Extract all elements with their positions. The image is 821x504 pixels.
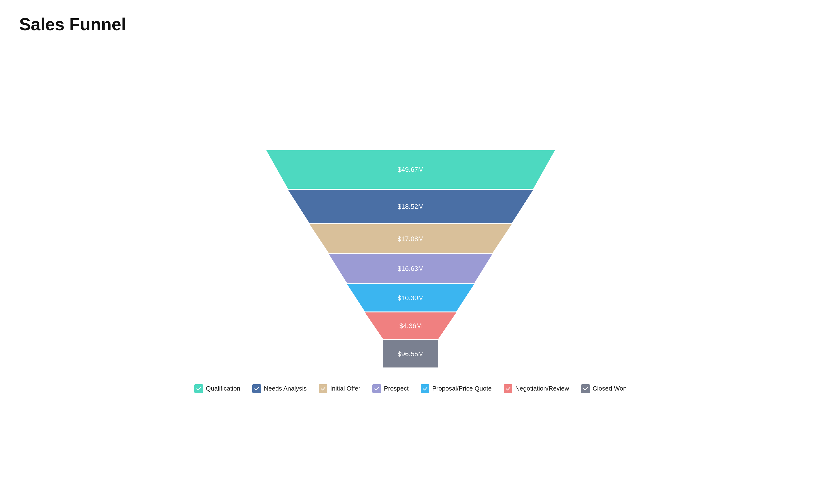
chart-area: $49.67M$18.52M$17.08M$16.63M$10.30M$4.36… [19,53,802,490]
legend-label-5: Negotiation/Review [515,385,569,392]
legend-label-4: Proposal/Price Quote [432,385,492,392]
legend-swatch-3 [372,384,381,393]
legend-swatch-5 [504,384,512,393]
page-title: Sales Funnel [19,14,802,53]
legend-item-2: Initial Offer [319,384,360,393]
funnel-label-6: $96.55M [397,350,424,357]
legend-label-6: Closed Won [593,385,627,392]
legend-item-4: Proposal/Price Quote [421,384,492,393]
funnel-svg: $49.67M$18.52M$17.08M$16.63M$10.30M$4.36… [254,150,567,370]
legend-swatch-1 [252,384,261,393]
legend-label-3: Prospect [384,385,409,392]
funnel-chart: $49.67M$18.52M$17.08M$16.63M$10.30M$4.36… [254,150,567,370]
legend-item-5: Negotiation/Review [504,384,569,393]
funnel-label-2: $17.08M [397,235,424,243]
funnel-label-5: $4.36M [399,322,422,330]
legend-swatch-6 [581,384,590,393]
funnel-label-3: $16.63M [397,265,424,272]
funnel-label-1: $18.52M [397,203,424,210]
legend-swatch-4 [421,384,429,393]
legend-label-1: Needs Analysis [264,385,307,392]
legend-swatch-0 [194,384,203,393]
legend-item-3: Prospect [372,384,409,393]
legend-item-0: Qualification [194,384,240,393]
legend: QualificationNeeds AnalysisInitial Offer… [194,384,627,393]
legend-swatch-2 [319,384,327,393]
legend-label-2: Initial Offer [330,385,360,392]
legend-item-6: Closed Won [581,384,627,393]
legend-item-1: Needs Analysis [252,384,307,393]
funnel-label-0: $49.67M [397,166,424,173]
legend-label-0: Qualification [206,385,240,392]
funnel-label-4: $10.30M [397,294,424,301]
